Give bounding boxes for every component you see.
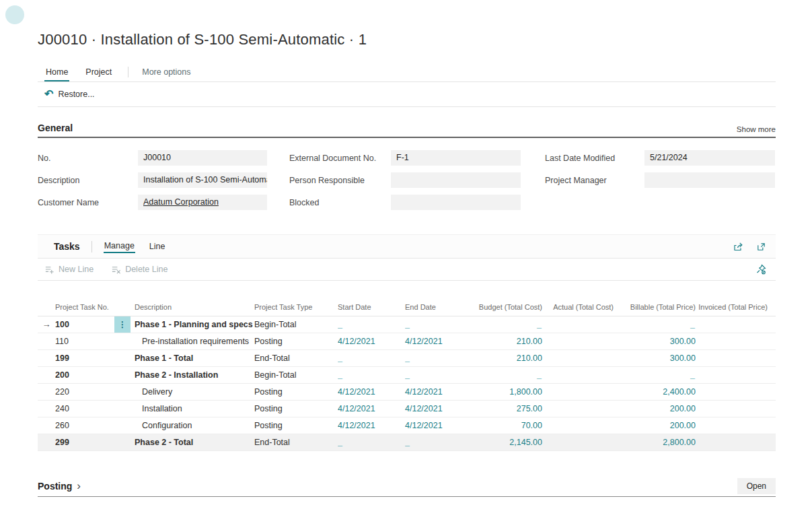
unpin-icon[interactable] — [755, 264, 766, 275]
cell-end-date[interactable]: _ — [405, 350, 468, 366]
external-document-no-field[interactable]: F-1 — [391, 150, 521, 166]
table-row[interactable]: → 100 ⋮ Phase 1 - Planning and specs Beg… — [38, 316, 776, 333]
cell-project-task-no[interactable]: 299 — [55, 434, 114, 450]
cell-start-date[interactable]: 4/12/2021 — [338, 401, 405, 417]
cell-billable-total-price[interactable]: _ — [614, 316, 696, 333]
customer-name-link[interactable]: Adatum Corporation — [143, 197, 219, 207]
new-line-label: New Line — [59, 265, 94, 274]
cell-billable-total-price[interactable]: _ — [614, 367, 696, 383]
cell-project-task-type[interactable]: Posting — [253, 401, 338, 417]
cell-project-task-no[interactable]: 240 — [55, 401, 114, 417]
new-line-button[interactable]: New Line — [44, 265, 94, 275]
table-row[interactable]: 110 Pre-installation requirements Postin… — [38, 333, 776, 350]
cell-description[interactable]: Pre-installation requirements — [132, 333, 253, 349]
cell-budget-total-cost[interactable]: _ — [468, 367, 542, 383]
cell-start-date[interactable]: _ — [338, 316, 405, 333]
cell-description[interactable]: Phase 1 - Planning and specs — [132, 316, 253, 333]
cell-end-date[interactable]: 4/12/2021 — [405, 384, 468, 400]
no-field[interactable]: J00010 — [138, 150, 267, 166]
cell-project-task-no[interactable]: 260 — [55, 417, 114, 434]
person-responsible-field[interactable] — [391, 172, 521, 188]
description-field[interactable]: Installation of S-100 Semi-Automat — [138, 172, 267, 188]
customer-name-field[interactable]: Adatum Corporation — [138, 195, 267, 210]
cell-end-date[interactable]: _ — [405, 316, 468, 333]
cell-budget-total-cost[interactable]: 70.00 — [468, 417, 542, 434]
cell-end-date[interactable]: 4/12/2021 — [405, 333, 468, 349]
table-row[interactable]: 240 Installation Posting 4/12/2021 4/12/… — [38, 401, 776, 417]
cell-description[interactable]: Installation — [132, 401, 253, 417]
cell-description[interactable]: Phase 2 - Installation — [132, 367, 253, 383]
cell-billable-total-price[interactable]: 200.00 — [614, 401, 696, 417]
cell-start-date[interactable]: _ — [338, 350, 405, 366]
cell-start-date[interactable]: _ — [338, 434, 405, 450]
posting-heading-group[interactable]: Posting › — [38, 481, 81, 492]
cell-project-task-type[interactable]: Posting — [253, 384, 338, 400]
cell-start-date[interactable]: 4/12/2021 — [338, 384, 405, 400]
column-header[interactable]: Project Task No. — [55, 303, 114, 312]
cell-budget-total-cost[interactable]: 1,800.00 — [468, 384, 542, 400]
cell-project-task-no[interactable]: 199 — [55, 350, 114, 366]
tab-home[interactable]: Home — [44, 67, 69, 81]
avatar[interactable] — [5, 5, 24, 24]
cell-billable-total-price[interactable]: 200.00 — [614, 417, 696, 434]
cell-description[interactable]: Phase 1 - Total — [132, 350, 253, 366]
column-header[interactable]: Actual (Total Cost) — [542, 303, 614, 312]
restore-button[interactable]: ↶ Restore... — [44, 90, 95, 99]
tab-line[interactable]: Line — [149, 240, 166, 252]
cell-start-date[interactable]: 4/12/2021 — [338, 417, 405, 434]
column-header[interactable]: Invoiced (Total Price) — [696, 303, 776, 312]
share-icon[interactable] — [733, 241, 743, 252]
column-header[interactable]: End Date — [405, 303, 468, 312]
cell-billable-total-price[interactable]: 2,400.00 — [614, 384, 696, 400]
table-row[interactable]: 220 Delivery Posting 4/12/2021 4/12/2021… — [38, 384, 776, 401]
cell-description[interactable]: Delivery — [132, 384, 253, 400]
column-header[interactable]: Start Date — [338, 303, 405, 312]
cell-budget-total-cost[interactable]: 210.00 — [468, 350, 542, 366]
last-date-modified-field[interactable]: 5/21/2024 — [644, 150, 775, 166]
cell-end-date[interactable]: 4/12/2021 — [405, 401, 468, 417]
cell-start-date[interactable]: _ — [338, 367, 405, 383]
popout-icon[interactable] — [756, 242, 766, 252]
cell-project-task-type[interactable]: Posting — [253, 333, 338, 349]
posting-heading: Posting — [38, 481, 72, 492]
cell-project-task-no[interactable]: 110 — [55, 333, 114, 349]
cell-budget-total-cost[interactable]: 275.00 — [468, 401, 542, 417]
table-row[interactable]: 199 Phase 1 - Total End-Total _ _ 210.00… — [38, 350, 776, 367]
column-header[interactable]: Project Task Type — [253, 303, 338, 312]
column-header[interactable]: Billable (Total Price) — [614, 303, 696, 312]
cell-end-date[interactable]: _ — [405, 367, 468, 383]
tab-manage[interactable]: Manage — [104, 240, 135, 253]
cell-project-task-type[interactable]: Posting — [253, 417, 338, 434]
cell-project-task-no[interactable]: 220 — [55, 384, 114, 400]
show-more-link[interactable]: Show more — [737, 125, 776, 133]
cell-budget-total-cost[interactable]: _ — [468, 316, 542, 333]
column-header[interactable]: Description — [132, 303, 253, 312]
tab-project[interactable]: Project — [84, 67, 113, 81]
cell-description[interactable]: Configuration — [132, 417, 253, 434]
cell-project-task-no[interactable]: 200 — [55, 367, 114, 383]
ellipsis-icon[interactable]: ⋮ — [114, 316, 131, 333]
table-row[interactable]: 260 Configuration Posting 4/12/2021 4/12… — [38, 417, 776, 434]
project-manager-field[interactable] — [644, 172, 775, 188]
cell-project-task-no[interactable]: 100 — [55, 316, 114, 333]
cell-project-task-type[interactable]: Begin-Total — [253, 316, 338, 333]
cell-project-task-type[interactable]: End-Total — [253, 350, 338, 366]
column-header[interactable]: Budget (Total Cost) — [468, 303, 542, 312]
delete-line-button[interactable]: Delete Line — [111, 265, 168, 275]
cell-project-task-type[interactable]: Begin-Total — [253, 367, 338, 383]
cell-project-task-type[interactable]: End-Total — [253, 434, 338, 450]
open-button[interactable]: Open — [737, 478, 776, 494]
blocked-field[interactable] — [391, 195, 521, 210]
cell-billable-total-price[interactable]: 300.00 — [614, 350, 696, 366]
table-row[interactable]: 299 Phase 2 - Total End-Total _ _ 2,145.… — [38, 434, 776, 451]
table-row[interactable]: 200 Phase 2 - Installation Begin-Total _… — [38, 367, 776, 384]
cell-billable-total-price[interactable]: 300.00 — [614, 333, 696, 349]
cell-budget-total-cost[interactable]: 2,145.00 — [468, 434, 542, 450]
cell-end-date[interactable]: 4/12/2021 — [405, 417, 468, 434]
cell-description[interactable]: Phase 2 - Total — [132, 434, 253, 450]
cell-end-date[interactable]: _ — [405, 434, 468, 450]
cell-billable-total-price[interactable]: 2,800.00 — [614, 434, 696, 450]
cell-budget-total-cost[interactable]: 210.00 — [468, 333, 542, 349]
more-options-button[interactable]: More options — [141, 67, 192, 81]
cell-start-date[interactable]: 4/12/2021 — [338, 333, 405, 349]
